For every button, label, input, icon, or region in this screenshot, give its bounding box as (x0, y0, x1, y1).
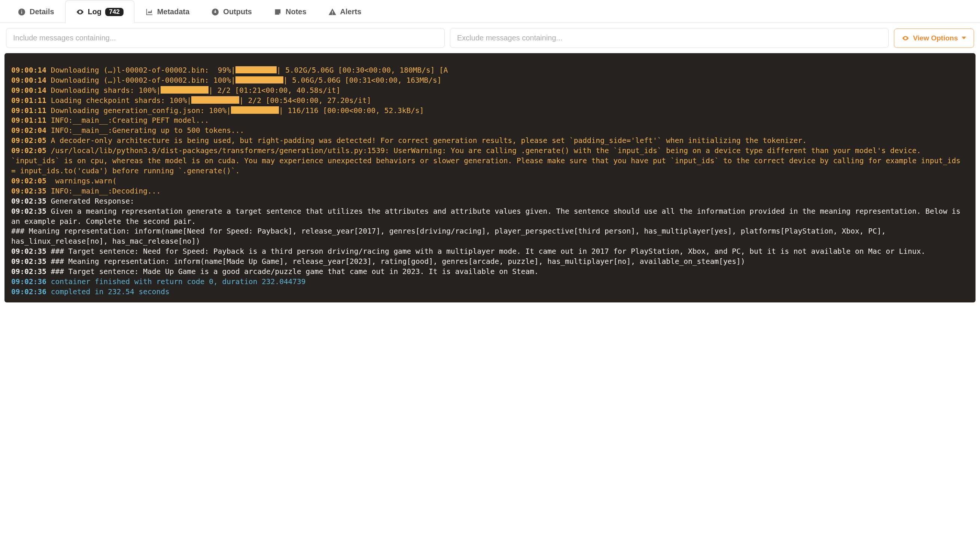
log-timestamp: 09:00:14 (11, 66, 46, 75)
log-timestamp: 09:02:35 (11, 257, 46, 266)
log-line: 09:02:05 A decoder-only architecture is … (11, 136, 969, 146)
log-timestamp: 09:01:11 (11, 106, 46, 115)
progress-bar (235, 76, 283, 84)
log-line: 09:02:05 warnings.warn( (11, 176, 969, 186)
log-timestamp: 09:02:05 (11, 176, 46, 185)
log-timestamp: 09:02:04 (11, 126, 46, 135)
eye-icon (76, 8, 84, 16)
log-line: 09:02:35 Generated Response: (11, 197, 969, 207)
log-line: 09:01:11 INFO:__main__:Creating PEFT mod… (11, 116, 969, 126)
log-timestamp: 09:02:35 (11, 197, 46, 205)
tab-label: Log (88, 8, 102, 16)
svg-rect-2 (21, 10, 22, 11)
svg-rect-1 (21, 11, 22, 13)
log-timestamp: 09:02:05 (11, 136, 46, 145)
log-line: 09:01:11 Loading checkpoint shards: 100%… (11, 96, 969, 106)
include-filter-input[interactable] (6, 28, 445, 48)
log-timestamp: 09:02:05 (11, 146, 46, 155)
tab-outputs[interactable]: Outputs (200, 0, 263, 23)
tab-badge: 742 (105, 8, 123, 16)
tab-alerts[interactable]: Alerts (317, 0, 372, 23)
tab-details[interactable]: Details (7, 0, 65, 23)
log-line: 09:02:36 container finished with return … (11, 277, 969, 287)
progress-bar (191, 96, 239, 104)
filter-row: View Options (0, 23, 980, 53)
note-icon (274, 8, 282, 16)
log-line: 09:02:35 Given a meaning representation … (11, 207, 969, 247)
log-timestamp: 09:02:35 (11, 187, 46, 196)
log-timestamp: 09:01:11 (11, 116, 46, 125)
log-timestamp: 09:02:35 (11, 207, 46, 216)
tab-label: Metadata (157, 8, 190, 16)
view-options-button[interactable]: View Options (894, 29, 974, 48)
progress-bar (231, 106, 279, 114)
view-options-label: View Options (913, 34, 958, 42)
download-icon (211, 8, 220, 16)
log-pane[interactable]: 09:00:14 Downloading (…)l-00002-of-00002… (5, 53, 975, 302)
log-line: 09:01:11 Downloading generation_config.j… (11, 106, 969, 116)
log-line: 09:02:05 /usr/local/lib/python3.9/dist-p… (11, 146, 969, 176)
log-line: 09:00:14 Downloading (…)l-00002-of-00002… (11, 76, 969, 86)
info-icon (18, 8, 26, 16)
log-timestamp: 09:02:36 (11, 277, 46, 286)
log-line: 09:00:14 Downloading shards: 100%|| 2/2 … (11, 86, 969, 96)
log-line: 09:02:35 INFO:__main__:Decoding... (11, 186, 969, 197)
chevron-down-icon (962, 37, 966, 39)
log-line: 09:00:14 Downloading (…)l-00002-of-00002… (11, 65, 969, 76)
log-timestamp: 09:02:35 (11, 247, 46, 256)
log-timestamp: 09:00:14 (11, 76, 46, 84)
log-timestamp: 09:02:36 (11, 288, 46, 296)
tab-label: Details (30, 8, 54, 16)
log-line: 09:02:04 INFO:__main__:Generating up to … (11, 126, 969, 136)
warning-icon (328, 8, 337, 16)
progress-bar (235, 66, 277, 74)
log-line: 09:02:36 completed in 232.54 seconds (11, 287, 969, 297)
tab-log[interactable]: Log 742 (65, 0, 134, 23)
log-timestamp: 09:01:11 (11, 96, 46, 105)
log-line: 09:02:35 ### Target sentence: Made Up Ga… (11, 267, 969, 277)
exclude-filter-input[interactable] (450, 28, 889, 48)
tab-notes[interactable]: Notes (263, 0, 317, 23)
log-timestamp: 09:00:14 (11, 86, 46, 95)
tab-label: Outputs (223, 8, 252, 16)
log-line: 09:02:35 ### Target sentence: Need for S… (11, 246, 969, 257)
tab-metadata[interactable]: Metadata (134, 0, 200, 23)
chart-icon (145, 8, 153, 16)
tab-label: Notes (286, 8, 307, 16)
eye-icon (902, 35, 909, 42)
log-line: 09:02:35 ### Meaning representation: inf… (11, 257, 969, 267)
tabs-bar: Details Log 742 Metadata Outputs Notes A… (0, 0, 980, 23)
log-line (11, 56, 969, 65)
progress-bar (161, 86, 208, 94)
log-timestamp: 09:02:35 (11, 267, 46, 276)
tab-label: Alerts (340, 8, 362, 16)
